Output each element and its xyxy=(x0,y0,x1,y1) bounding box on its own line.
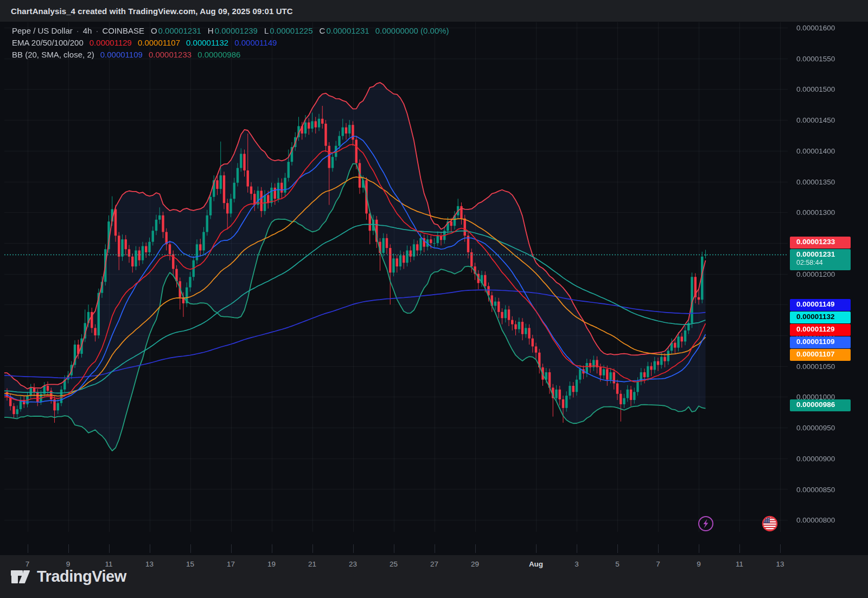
time-tick-label: 5 xyxy=(615,560,620,568)
tag-price: 0.00001149 xyxy=(796,300,851,308)
price-tick: 0.00001600 xyxy=(796,24,835,32)
time-tick-mark xyxy=(109,544,110,553)
price-tick: 0.00000900 xyxy=(796,454,835,462)
time-tick-label: 17 xyxy=(227,560,235,568)
ema-value: 0.00001107 xyxy=(138,38,180,47)
time-tick-mark xyxy=(577,544,577,553)
tag-price: 0.00001233 xyxy=(796,238,851,246)
indicator-price-tag: 0.00000986 xyxy=(790,399,851,411)
ohlc-value: 0.00001231 xyxy=(158,26,201,35)
time-tick-label: Aug xyxy=(529,560,543,568)
timeframe: 4h xyxy=(83,26,92,35)
tradingview-logo[interactable]: TradingView xyxy=(9,566,126,588)
time-tick-mark xyxy=(536,544,537,553)
time-tick-mark xyxy=(699,544,699,553)
time-tick-label: 27 xyxy=(430,560,438,568)
legend-bb-row[interactable]: BB (20, SMA, close, 2)0.000011090.000012… xyxy=(12,49,449,61)
time-tick-label: 19 xyxy=(267,560,276,568)
legend-ema-row[interactable]: EMA 20/50/100/2000.000011290.000011070.0… xyxy=(12,37,449,49)
price-tick: 0.00001400 xyxy=(796,147,835,155)
time-tick-label: 21 xyxy=(308,560,316,568)
ema-values: 0.000011290.000011070.000011320.00001149 xyxy=(84,38,277,47)
bb-value: 0.00000986 xyxy=(197,50,240,59)
ohlc-value: 0.00001225 xyxy=(270,26,312,35)
ohlc-letter: H xyxy=(208,26,214,35)
indicator-price-tag: 0.00001149 xyxy=(790,299,851,311)
indicator-price-tag: 0.00001233 xyxy=(790,237,851,249)
time-tick-mark xyxy=(780,544,781,553)
indicator-price-tag: 0.00001109 xyxy=(790,336,851,348)
bb-values: 0.000011090.000012330.00000986 xyxy=(94,50,241,59)
time-tick-label: 13 xyxy=(145,560,154,568)
tradingview-logo-icon xyxy=(9,566,31,588)
ohlc-value: 0.00001239 xyxy=(215,26,258,35)
time-tick-mark xyxy=(150,544,150,553)
ohlc-values: O0.00001231H0.00001239L0.00001225C0.0000… xyxy=(144,26,369,35)
tradingview-wordmark: TradingView xyxy=(37,568,126,586)
time-tick-label: 3 xyxy=(575,560,579,568)
header-title: ChartAnalysis_4 created with TradingView… xyxy=(11,7,293,16)
time-tick-label: 7 xyxy=(656,560,660,568)
price-tick: 0.00001500 xyxy=(796,85,835,93)
price-tick: 0.00001300 xyxy=(796,208,835,217)
ema-title: EMA 20/50/100/200 xyxy=(12,38,84,47)
price-tick: 0.00001200 xyxy=(796,270,835,278)
time-tick-label: 7 xyxy=(25,560,30,568)
tag-price: 0.00001231 xyxy=(796,250,851,258)
change-value: 0.00000000 (0.00%) xyxy=(375,26,449,35)
indicator-price-tag: 0.00001132 xyxy=(790,311,851,323)
candle-countdown: 02:58:44 xyxy=(796,259,851,266)
price-tick: 0.00000850 xyxy=(796,485,835,493)
price-tick: 0.00001050 xyxy=(796,362,835,370)
tag-price: 0.00001107 xyxy=(796,350,851,358)
time-tick-mark xyxy=(658,544,659,553)
exchange: COINBASE xyxy=(102,26,144,35)
time-tick-mark xyxy=(475,544,476,553)
time-tick-mark xyxy=(739,544,740,553)
time-tick-label: 9 xyxy=(697,560,701,568)
bb-value: 0.00001233 xyxy=(149,50,192,59)
time-tick-label: 29 xyxy=(471,560,479,568)
price-chart-canvas[interactable] xyxy=(0,22,868,555)
time-tick-mark xyxy=(68,544,69,553)
price-tick: 0.00001550 xyxy=(796,54,835,62)
time-tick-label: 13 xyxy=(776,560,784,568)
header-bar: ChartAnalysis_4 created with TradingView… xyxy=(0,0,868,22)
time-tick-label: 25 xyxy=(390,560,398,568)
time-tick-label: 23 xyxy=(349,560,357,568)
time-tick-mark xyxy=(312,544,313,553)
ohlc-letter: L xyxy=(264,26,269,35)
chart-region: Pepe / US Dollar·4h·COINBASEO0.00001231H… xyxy=(0,22,868,555)
chart-legend: Pepe / US Dollar·4h·COINBASEO0.00001231H… xyxy=(12,25,449,61)
lightning-event-icon[interactable] xyxy=(697,515,714,535)
legend-symbol-row[interactable]: Pepe / US Dollar·4h·COINBASEO0.00001231H… xyxy=(12,25,449,37)
tag-price: 0.00001132 xyxy=(796,313,851,321)
time-tick-mark xyxy=(190,544,191,553)
time-tick-mark xyxy=(231,544,232,553)
time-tick-label: 11 xyxy=(736,560,743,568)
indicator-price-tag: 0.00001129 xyxy=(790,324,851,336)
time-tick-mark xyxy=(435,544,435,553)
time-tick-mark xyxy=(617,544,618,553)
bb-value: 0.00001109 xyxy=(100,50,143,59)
tag-price: 0.00001129 xyxy=(796,325,851,333)
price-tick: 0.00000800 xyxy=(796,516,835,524)
ema-value: 0.00001132 xyxy=(186,38,228,47)
tag-price: 0.00000986 xyxy=(796,400,851,409)
time-tick-label: 9 xyxy=(66,560,71,568)
us-flag-event-icon[interactable] xyxy=(761,515,778,535)
ohlc-value: 0.00001231 xyxy=(326,26,369,35)
symbol-name: Pepe / US Dollar xyxy=(12,26,73,35)
bb-title: BB (20, SMA, close, 2) xyxy=(12,50,94,59)
time-tick-label: 11 xyxy=(105,560,112,568)
ema-value: 0.00001149 xyxy=(234,38,277,47)
price-tick: 0.00001450 xyxy=(796,116,835,124)
time-tick-mark xyxy=(28,544,28,553)
time-tick-mark xyxy=(394,544,394,553)
price-axis[interactable]: 0.000016000.000015500.000015000.00001450… xyxy=(790,22,868,555)
price-tick: 0.00000950 xyxy=(796,424,835,432)
indicator-price-tag: 0.00001107 xyxy=(790,349,851,361)
ohlc-letter: O xyxy=(151,26,157,35)
time-axis[interactable]: 7911131517192123252729Aug35791113 xyxy=(0,532,868,555)
time-tick-mark xyxy=(272,544,272,553)
